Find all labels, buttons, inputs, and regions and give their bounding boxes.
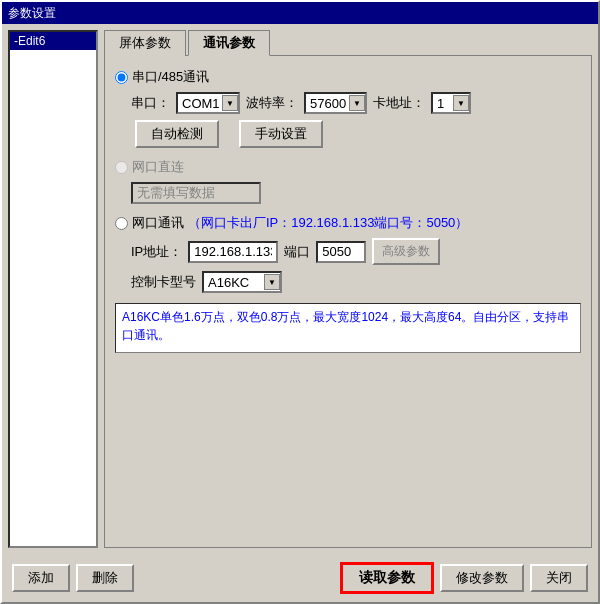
serial-btn-row: 自动检测 手动设置: [115, 120, 581, 148]
close-button[interactable]: 关闭: [530, 564, 588, 592]
baud-select[interactable]: 57600: [304, 92, 367, 114]
left-buttons: 添加 删除: [12, 564, 134, 592]
card-addr-label: 卡地址：: [373, 94, 425, 112]
read-params-button[interactable]: 读取参数: [340, 562, 434, 594]
tab-comm[interactable]: 通讯参数: [188, 30, 270, 56]
port2-label: 端口: [284, 243, 310, 261]
right-panel: 屏体参数 通讯参数 串口/485通讯 串口：: [104, 30, 592, 548]
network-direct-input[interactable]: [131, 182, 261, 204]
add-button[interactable]: 添加: [12, 564, 70, 592]
tab-bar: 屏体参数 通讯参数: [104, 30, 592, 56]
network-comm-section: 网口通讯 （网口卡出厂IP：192.168.1.133端口号：5050） IP地…: [115, 214, 581, 293]
bottom-bar: 添加 删除 读取参数 修改参数 关闭: [2, 554, 598, 602]
serial-settings-row: 串口： COM1 ▼ 波特率： 57600 ▼: [115, 92, 581, 114]
manual-set-button[interactable]: 手动设置: [239, 120, 323, 148]
baud-label: 波特率：: [246, 94, 298, 112]
port-select[interactable]: COM1: [176, 92, 240, 114]
delete-button[interactable]: 删除: [76, 564, 134, 592]
card-addr-select[interactable]: 1: [431, 92, 471, 114]
modify-params-button[interactable]: 修改参数: [440, 564, 524, 592]
main-window: 参数设置 -Edit6 屏体参数 通讯参数: [0, 0, 600, 604]
port2-input[interactable]: [316, 241, 366, 263]
baud-dropdown-wrap: 57600 ▼: [304, 92, 367, 114]
card-type-select[interactable]: A16KC: [202, 271, 282, 293]
port-dropdown-wrap: COM1 ▼: [176, 92, 240, 114]
serial-section: 串口/485通讯 串口： COM1 ▼ 波特率：: [115, 68, 581, 148]
ip-input[interactable]: [188, 241, 278, 263]
network-comm-radio-label[interactable]: 网口通讯 （网口卡出厂IP：192.168.1.133端口号：5050）: [115, 214, 581, 232]
network-comm-link: （网口卡出厂IP：192.168.1.133端口号：5050）: [188, 214, 468, 232]
card-type-row: 控制卡型号 A16KC ▼: [115, 271, 581, 293]
port-label: 串口：: [131, 94, 170, 112]
right-buttons: 读取参数 修改参数 关闭: [340, 562, 588, 594]
tab-content-comm: 串口/485通讯 串口： COM1 ▼ 波特率：: [104, 55, 592, 548]
card-addr-dropdown-wrap: 1 ▼: [431, 92, 471, 114]
card-type-label: 控制卡型号: [131, 273, 196, 291]
ip-label: IP地址：: [131, 243, 182, 261]
content-area: -Edit6 屏体参数 通讯参数 串口/485通讯: [2, 24, 598, 554]
network-direct-radio-label[interactable]: 网口直连: [115, 158, 581, 176]
network-comm-radio[interactable]: [115, 217, 128, 230]
left-panel: -Edit6: [8, 30, 98, 548]
ip-row: IP地址： 端口 高级参数: [115, 238, 581, 265]
serial-radio[interactable]: [115, 71, 128, 84]
left-item-edit6[interactable]: -Edit6: [10, 32, 96, 50]
card-type-dropdown-wrap: A16KC ▼: [202, 271, 282, 293]
auto-detect-button[interactable]: 自动检测: [135, 120, 219, 148]
network-direct-section: 网口直连: [115, 158, 581, 204]
advanced-params-button[interactable]: 高级参数: [372, 238, 440, 265]
serial-radio-label[interactable]: 串口/485通讯: [115, 68, 581, 86]
network-direct-text-wrap: [115, 182, 581, 204]
network-direct-radio[interactable]: [115, 161, 128, 174]
tab-screen[interactable]: 屏体参数: [104, 30, 186, 56]
window-title: 参数设置: [8, 5, 56, 22]
title-bar: 参数设置: [2, 2, 598, 24]
info-box: A16KC单色1.6万点，双色0.8万点，最大宽度1024，最大高度64。自由分…: [115, 303, 581, 353]
